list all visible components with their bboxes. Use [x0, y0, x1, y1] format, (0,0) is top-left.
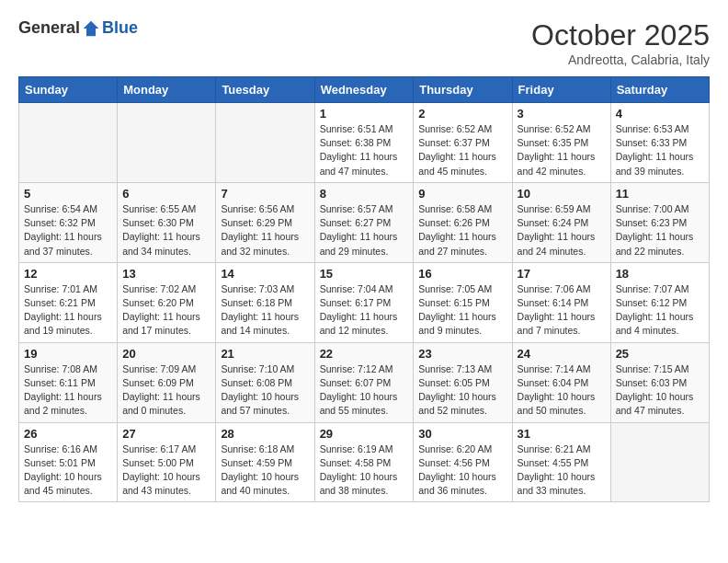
- calendar-table: SundayMondayTuesdayWednesdayThursdayFrid…: [18, 76, 710, 502]
- day-info: Sunrise: 7:01 AMSunset: 6:21 PMDaylight:…: [24, 282, 112, 339]
- calendar-day-cell: 13Sunrise: 7:02 AMSunset: 6:20 PMDayligh…: [118, 262, 216, 342]
- day-info: Sunrise: 6:59 AMSunset: 6:24 PMDaylight:…: [518, 202, 606, 259]
- calendar-day-cell: 27Sunrise: 6:17 AMSunset: 5:00 PMDayligh…: [118, 422, 216, 502]
- logo-blue-text: Blue: [102, 18, 138, 38]
- svg-marker-0: [84, 20, 99, 36]
- day-info: Sunrise: 7:12 AMSunset: 6:07 PMDaylight:…: [320, 362, 409, 419]
- day-info: Sunrise: 7:15 AMSunset: 6:03 PMDaylight:…: [616, 362, 704, 419]
- title-section: October 2025 Andreotta, Calabria, Italy: [531, 18, 710, 67]
- day-info: Sunrise: 7:08 AMSunset: 6:11 PMDaylight:…: [24, 362, 112, 419]
- calendar-day-cell: 10Sunrise: 6:59 AMSunset: 6:24 PMDayligh…: [512, 182, 610, 262]
- day-number: 19: [24, 347, 112, 361]
- day-number: 17: [518, 267, 606, 281]
- day-number: 20: [122, 347, 210, 361]
- calendar-header-row: SundayMondayTuesdayWednesdayThursdayFrid…: [19, 77, 710, 103]
- calendar-day-cell: 5Sunrise: 6:54 AMSunset: 6:32 PMDaylight…: [19, 182, 118, 262]
- day-info: Sunrise: 6:19 AMSunset: 4:58 PMDaylight:…: [320, 442, 409, 499]
- calendar-day-cell: 9Sunrise: 6:58 AMSunset: 6:26 PMDaylight…: [414, 182, 512, 262]
- calendar-day-cell: [118, 103, 216, 183]
- day-info: Sunrise: 6:51 AMSunset: 6:38 PMDaylight:…: [320, 122, 409, 178]
- day-number: 12: [24, 267, 112, 281]
- day-number: 4: [616, 107, 704, 121]
- day-number: 13: [122, 267, 210, 281]
- weekday-header: Friday: [512, 77, 610, 103]
- logo-general-text: General: [18, 18, 80, 38]
- calendar-day-cell: 31Sunrise: 6:21 AMSunset: 4:55 PMDayligh…: [512, 422, 610, 502]
- calendar-day-cell: 22Sunrise: 7:12 AMSunset: 6:07 PMDayligh…: [314, 342, 414, 422]
- day-number: 22: [320, 347, 409, 361]
- day-info: Sunrise: 6:58 AMSunset: 6:26 PMDaylight:…: [418, 202, 506, 259]
- calendar-day-cell: 2Sunrise: 6:52 AMSunset: 6:37 PMDaylight…: [414, 103, 512, 183]
- calendar-week-row: 5Sunrise: 6:54 AMSunset: 6:32 PMDaylight…: [19, 182, 710, 262]
- day-info: Sunrise: 7:09 AMSunset: 6:09 PMDaylight:…: [122, 362, 210, 419]
- day-number: 10: [518, 187, 606, 201]
- day-info: Sunrise: 6:54 AMSunset: 6:32 PMDaylight:…: [24, 202, 112, 259]
- day-info: Sunrise: 7:13 AMSunset: 6:05 PMDaylight:…: [418, 362, 506, 419]
- day-info: Sunrise: 6:52 AMSunset: 6:37 PMDaylight:…: [418, 122, 506, 178]
- day-info: Sunrise: 6:21 AMSunset: 4:55 PMDaylight:…: [518, 442, 606, 499]
- calendar-day-cell: 17Sunrise: 7:06 AMSunset: 6:14 PMDayligh…: [512, 262, 610, 342]
- day-number: 11: [616, 187, 704, 201]
- weekday-header: Monday: [118, 77, 216, 103]
- calendar-week-row: 26Sunrise: 6:16 AMSunset: 5:01 PMDayligh…: [19, 422, 710, 502]
- day-info: Sunrise: 6:18 AMSunset: 4:59 PMDaylight:…: [221, 442, 309, 499]
- calendar-day-cell: 25Sunrise: 7:15 AMSunset: 6:03 PMDayligh…: [610, 342, 709, 422]
- day-info: Sunrise: 7:04 AMSunset: 6:17 PMDaylight:…: [320, 282, 409, 339]
- calendar-week-row: 12Sunrise: 7:01 AMSunset: 6:21 PMDayligh…: [19, 262, 710, 342]
- month-title: October 2025: [531, 18, 710, 52]
- day-info: Sunrise: 7:06 AMSunset: 6:14 PMDaylight:…: [518, 282, 606, 339]
- calendar-day-cell: 29Sunrise: 6:19 AMSunset: 4:58 PMDayligh…: [314, 422, 414, 502]
- day-number: 29: [320, 427, 409, 441]
- day-number: 3: [518, 107, 606, 121]
- day-number: 25: [616, 347, 704, 361]
- day-number: 5: [24, 187, 112, 201]
- day-number: 1: [320, 107, 409, 121]
- weekday-header: Saturday: [610, 77, 709, 103]
- day-info: Sunrise: 6:16 AMSunset: 5:01 PMDaylight:…: [24, 442, 112, 499]
- calendar-day-cell: 15Sunrise: 7:04 AMSunset: 6:17 PMDayligh…: [314, 262, 414, 342]
- calendar-day-cell: 19Sunrise: 7:08 AMSunset: 6:11 PMDayligh…: [19, 342, 118, 422]
- day-info: Sunrise: 6:57 AMSunset: 6:27 PMDaylight:…: [320, 202, 409, 259]
- calendar-day-cell: 23Sunrise: 7:13 AMSunset: 6:05 PMDayligh…: [414, 342, 512, 422]
- day-number: 6: [122, 187, 210, 201]
- weekday-header: Tuesday: [216, 77, 314, 103]
- calendar-week-row: 19Sunrise: 7:08 AMSunset: 6:11 PMDayligh…: [19, 342, 710, 422]
- weekday-header: Thursday: [414, 77, 512, 103]
- day-number: 28: [221, 427, 309, 441]
- calendar-day-cell: 6Sunrise: 6:55 AMSunset: 6:30 PMDaylight…: [118, 182, 216, 262]
- calendar-day-cell: 12Sunrise: 7:01 AMSunset: 6:21 PMDayligh…: [19, 262, 118, 342]
- day-number: 9: [418, 187, 506, 201]
- day-info: Sunrise: 7:03 AMSunset: 6:18 PMDaylight:…: [221, 282, 309, 339]
- weekday-header: Sunday: [19, 77, 118, 103]
- day-info: Sunrise: 6:17 AMSunset: 5:00 PMDaylight:…: [122, 442, 210, 499]
- calendar-day-cell: 21Sunrise: 7:10 AMSunset: 6:08 PMDayligh…: [216, 342, 314, 422]
- calendar-day-cell: [610, 422, 709, 502]
- day-number: 26: [24, 427, 112, 441]
- calendar-day-cell: 3Sunrise: 6:52 AMSunset: 6:35 PMDaylight…: [512, 103, 610, 183]
- day-info: Sunrise: 7:02 AMSunset: 6:20 PMDaylight:…: [122, 282, 210, 339]
- day-info: Sunrise: 6:56 AMSunset: 6:29 PMDaylight:…: [221, 202, 309, 259]
- weekday-header: Wednesday: [314, 77, 414, 103]
- day-info: Sunrise: 7:14 AMSunset: 6:04 PMDaylight:…: [518, 362, 606, 419]
- day-info: Sunrise: 7:05 AMSunset: 6:15 PMDaylight:…: [418, 282, 506, 339]
- page-header: General Blue October 2025 Andreotta, Cal…: [18, 18, 710, 67]
- calendar-day-cell: [216, 103, 314, 183]
- calendar-day-cell: 16Sunrise: 7:05 AMSunset: 6:15 PMDayligh…: [414, 262, 512, 342]
- calendar-day-cell: 18Sunrise: 7:07 AMSunset: 6:12 PMDayligh…: [610, 262, 709, 342]
- day-number: 7: [221, 187, 309, 201]
- calendar-day-cell: 8Sunrise: 6:57 AMSunset: 6:27 PMDaylight…: [314, 182, 414, 262]
- calendar-week-row: 1Sunrise: 6:51 AMSunset: 6:38 PMDaylight…: [19, 103, 710, 183]
- calendar-day-cell: 14Sunrise: 7:03 AMSunset: 6:18 PMDayligh…: [216, 262, 314, 342]
- day-number: 2: [418, 107, 506, 121]
- day-number: 24: [518, 347, 606, 361]
- day-number: 31: [518, 427, 606, 441]
- day-info: Sunrise: 7:07 AMSunset: 6:12 PMDaylight:…: [616, 282, 704, 339]
- day-number: 21: [221, 347, 309, 361]
- calendar-day-cell: [19, 103, 118, 183]
- calendar-day-cell: 7Sunrise: 6:56 AMSunset: 6:29 PMDaylight…: [216, 182, 314, 262]
- day-info: Sunrise: 6:20 AMSunset: 4:56 PMDaylight:…: [418, 442, 506, 499]
- calendar-day-cell: 30Sunrise: 6:20 AMSunset: 4:56 PMDayligh…: [414, 422, 512, 502]
- location-subtitle: Andreotta, Calabria, Italy: [531, 52, 710, 67]
- calendar-day-cell: 28Sunrise: 6:18 AMSunset: 4:59 PMDayligh…: [216, 422, 314, 502]
- day-number: 27: [122, 427, 210, 441]
